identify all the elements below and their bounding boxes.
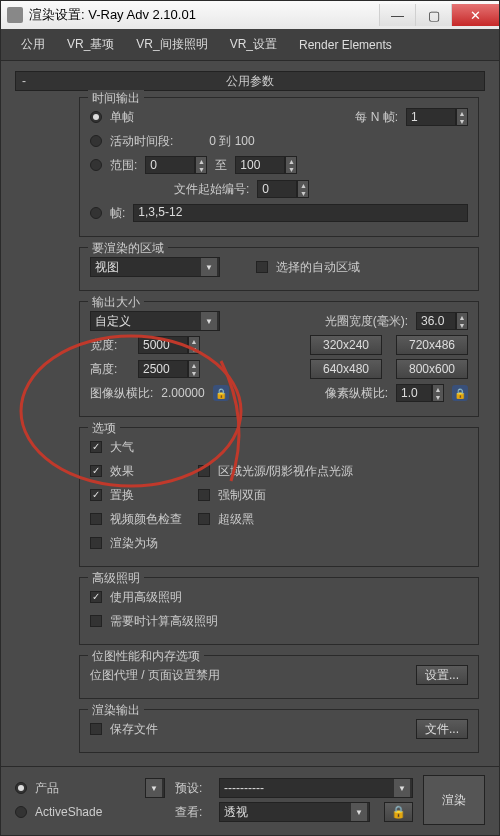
group-advlight: 高级照明 使用高级照明 需要时计算高级照明 [79, 577, 479, 645]
label-height: 高度: [90, 361, 130, 378]
label-preset: 预设: [175, 780, 211, 797]
check-atmo[interactable] [90, 441, 102, 453]
window-title: 渲染设置: V-Ray Adv 2.10.01 [29, 6, 379, 24]
radio-frames[interactable] [90, 207, 102, 219]
input-aperture[interactable]: 36.0 [416, 312, 456, 330]
radio-active-segment[interactable] [90, 135, 102, 147]
spinner-pixel-aspect[interactable]: ▲▼ [432, 384, 444, 402]
dropdown-product[interactable]: ▼ [145, 778, 165, 798]
label-single-frame: 单帧 [110, 109, 134, 126]
preset-640x480[interactable]: 640x480 [310, 359, 382, 379]
input-width[interactable]: 5000 [138, 336, 188, 354]
tab-common[interactable]: 公用 [19, 32, 47, 57]
label-product: 产品 [35, 780, 59, 797]
label-effects: 效果 [110, 463, 190, 480]
check-save-file[interactable] [90, 723, 102, 735]
maximize-button[interactable]: ▢ [415, 4, 451, 26]
check-videocolor[interactable] [90, 513, 102, 525]
radio-single-frame[interactable] [90, 111, 102, 123]
label-atmo: 大气 [110, 439, 134, 456]
value-image-aspect: 2.00000 [161, 386, 204, 400]
tab-vr-settings[interactable]: VR_设置 [228, 32, 279, 57]
minimize-button[interactable]: — [379, 4, 415, 26]
input-range-from[interactable]: 0 [145, 156, 195, 174]
chevron-down-icon: ▼ [201, 312, 217, 330]
check-effects[interactable] [90, 465, 102, 477]
label-compute-advlight: 需要时计算高级照明 [110, 613, 218, 630]
legend-bitmap: 位图性能和内存选项 [88, 648, 204, 665]
collapse-icon: - [22, 74, 26, 88]
input-frames[interactable]: 1,3,5-12 [133, 204, 468, 222]
lock-aspect-icon[interactable]: 🔒 [213, 385, 229, 401]
close-button[interactable]: ✕ [451, 4, 499, 26]
dropdown-preset-value: ---------- [224, 781, 264, 795]
label-frames: 帧: [110, 205, 125, 222]
label-view: 查看: [175, 804, 211, 821]
label-to: 至 [215, 157, 227, 174]
tab-render-elements[interactable]: Render Elements [297, 34, 394, 56]
label-arealight: 区域光源/阴影视作点光源 [218, 463, 353, 480]
dropdown-preset[interactable]: ---------- ▼ [219, 778, 413, 798]
radio-activeshade[interactable] [15, 806, 27, 818]
tab-vr-base[interactable]: VR_基项 [65, 32, 116, 57]
spinner-range-from[interactable]: ▲▼ [195, 156, 207, 174]
bottom-bar: 产品 ▼ ActiveShade 预设: ---------- ▼ 查看: 透视 [1, 766, 499, 835]
spinner-aperture[interactable]: ▲▼ [456, 312, 468, 330]
tab-bar: 公用 VR_基项 VR_间接照明 VR_设置 Render Elements [1, 29, 499, 61]
spinner-range-to[interactable]: ▲▼ [285, 156, 297, 174]
input-pixel-aspect[interactable]: 1.0 [396, 384, 432, 402]
check-compute-advlight[interactable] [90, 615, 102, 627]
label-save-file: 保存文件 [110, 721, 158, 738]
label-videocolor: 视频颜色检查 [110, 511, 190, 528]
spinner-file-start[interactable]: ▲▼ [297, 180, 309, 198]
spinner-width[interactable]: ▲▼ [188, 336, 200, 354]
titlebar: 渲染设置: V-Ray Adv 2.10.01 — ▢ ✕ [1, 1, 499, 29]
lock-view-button[interactable]: 🔒 [384, 802, 413, 822]
label-force2side: 强制双面 [218, 487, 266, 504]
group-render-output: 渲染输出 保存文件 文件... [79, 709, 479, 753]
preset-800x600[interactable]: 800x600 [396, 359, 468, 379]
check-rtf[interactable] [90, 537, 102, 549]
input-height[interactable]: 2500 [138, 360, 188, 378]
spinner-height[interactable]: ▲▼ [188, 360, 200, 378]
input-every-n[interactable]: 1 [406, 108, 456, 126]
spinner-every-n[interactable]: ▲▼ [456, 108, 468, 126]
dropdown-output-preset[interactable]: 自定义 ▼ [90, 311, 220, 331]
dropdown-area[interactable]: 视图 ▼ [90, 257, 220, 277]
label-activeshade: ActiveShade [35, 805, 102, 819]
check-force2side[interactable] [198, 489, 210, 501]
group-options: 选项 大气 效果 区域光源/阴影视作点光源 置换 强制双面 视频颜色检查 [79, 427, 479, 567]
chevron-down-icon: ▼ [201, 258, 217, 276]
file-button[interactable]: 文件... [416, 719, 468, 739]
label-width: 宽度: [90, 337, 130, 354]
render-button[interactable]: 渲染 [423, 775, 485, 825]
input-range-to[interactable]: 100 [235, 156, 285, 174]
preset-320x240[interactable]: 320x240 [310, 335, 382, 355]
lock-pixel-aspect-icon[interactable]: 🔒 [452, 385, 468, 401]
rollup-common-params[interactable]: - 公用参数 [15, 71, 485, 91]
check-displace[interactable] [90, 489, 102, 501]
content-area: - 公用参数 时间输出 单帧 每 N 帧: 1▲▼ 活动时间段: 0 到 100… [1, 61, 499, 766]
group-render-area: 要渲染的区域 视图 ▼ 选择的自动区域 [79, 247, 479, 291]
tab-vr-gi[interactable]: VR_间接照明 [134, 32, 209, 57]
check-auto-area[interactable] [256, 261, 268, 273]
label-superblack: 超级黑 [218, 511, 254, 528]
chevron-down-icon: ▼ [351, 803, 367, 821]
chevron-down-icon: ▼ [146, 779, 162, 797]
check-arealight[interactable] [198, 465, 210, 477]
radio-range[interactable] [90, 159, 102, 171]
chevron-down-icon: ▼ [394, 779, 410, 797]
check-superblack[interactable] [198, 513, 210, 525]
radio-product[interactable] [15, 782, 27, 794]
label-aperture: 光圈宽度(毫米): [325, 313, 408, 330]
label-every-n: 每 N 帧: [355, 109, 398, 126]
label-bitmap-proxy: 位图代理 / 页面设置禁用 [90, 667, 220, 684]
legend-output: 输出大小 [88, 294, 144, 311]
rollup-title: 公用参数 [226, 73, 274, 90]
input-file-start[interactable]: 0 [257, 180, 297, 198]
check-use-advlight[interactable] [90, 591, 102, 603]
bitmap-setup-button[interactable]: 设置... [416, 665, 468, 685]
dropdown-view[interactable]: 透视 ▼ [219, 802, 370, 822]
preset-720x486[interactable]: 720x486 [396, 335, 468, 355]
label-displace: 置换 [110, 487, 190, 504]
